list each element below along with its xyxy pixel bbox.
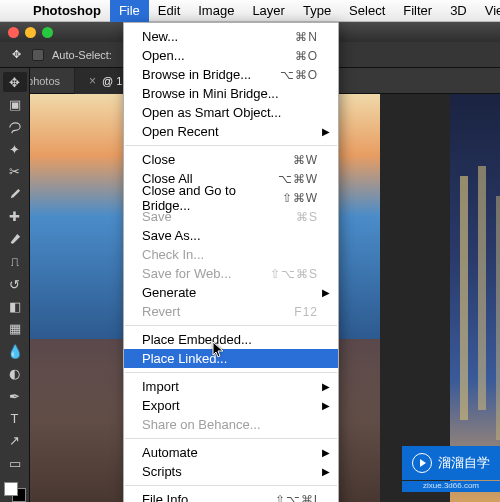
menu-shortcut: ⌘O bbox=[295, 49, 318, 63]
menu-shortcut: ⌘N bbox=[295, 30, 318, 44]
move-tool-icon: ✥ bbox=[8, 47, 24, 63]
wand-tool[interactable]: ✦ bbox=[3, 139, 27, 159]
tab-label: photos bbox=[27, 75, 60, 87]
menu-item-label: Share on Behance... bbox=[142, 417, 261, 432]
menu-separator bbox=[125, 485, 337, 486]
history-brush-tool[interactable]: ↺ bbox=[3, 274, 27, 294]
menu-item-label: Open... bbox=[142, 48, 185, 63]
menu-item-automate[interactable]: Automate▶ bbox=[124, 443, 338, 462]
menu-item-revert: RevertF12 bbox=[124, 302, 338, 321]
marquee-tool[interactable]: ▣ bbox=[3, 94, 27, 114]
traffic-lights bbox=[8, 27, 53, 38]
menu-item-label: Browse in Mini Bridge... bbox=[142, 86, 279, 101]
menu-item-label: Export bbox=[142, 398, 180, 413]
minimize-window-button[interactable] bbox=[25, 27, 36, 38]
close-tab-icon[interactable]: × bbox=[89, 74, 96, 88]
menu-item-label: Open as Smart Object... bbox=[142, 105, 281, 120]
menu-edit[interactable]: Edit bbox=[149, 0, 189, 22]
menu-file[interactable]: File bbox=[110, 0, 149, 22]
menu-item-place-linked[interactable]: Place Linked... bbox=[124, 349, 338, 368]
menu-item-label: Browse in Bridge... bbox=[142, 67, 251, 82]
menu-separator bbox=[125, 438, 337, 439]
menu-item-label: Place Embedded... bbox=[142, 332, 252, 347]
type-tool[interactable]: T bbox=[3, 408, 27, 428]
menu-item-save-as[interactable]: Save As... bbox=[124, 226, 338, 245]
heal-tool[interactable]: ✚ bbox=[3, 207, 27, 227]
submenu-arrow-icon: ▶ bbox=[322, 400, 330, 411]
menu-shortcut: ⌥⌘W bbox=[278, 172, 318, 186]
menu-view[interactable]: View bbox=[476, 0, 500, 22]
submenu-arrow-icon: ▶ bbox=[322, 126, 330, 137]
move-tool[interactable]: ✥ bbox=[3, 72, 27, 92]
menu-item-label: Generate bbox=[142, 285, 196, 300]
mac-menubar: Photoshop File Edit Image Layer Type Sel… bbox=[0, 0, 500, 22]
menu-item-label: Place Linked... bbox=[142, 351, 227, 366]
blur-tool[interactable]: 💧 bbox=[3, 341, 27, 361]
menu-shortcut: F12 bbox=[294, 305, 318, 319]
brush-tool[interactable] bbox=[3, 229, 27, 249]
eraser-tool[interactable]: ◧ bbox=[3, 296, 27, 316]
path-tool[interactable]: ↗ bbox=[3, 431, 27, 451]
menu-type[interactable]: Type bbox=[294, 0, 340, 22]
submenu-arrow-icon: ▶ bbox=[322, 447, 330, 458]
color-swatches[interactable] bbox=[4, 482, 26, 502]
menu-item-check-in: Check In... bbox=[124, 245, 338, 264]
shape-tool[interactable]: ▭ bbox=[3, 453, 27, 473]
menu-item-close-and-go-to-bridge[interactable]: Close and Go to Bridge...⇧⌘W bbox=[124, 188, 338, 207]
menu-item-open-as-smart-object[interactable]: Open as Smart Object... bbox=[124, 103, 338, 122]
menu-item-label: Scripts bbox=[142, 464, 182, 479]
menu-item-label: Save for Web... bbox=[142, 266, 231, 281]
menu-item-generate[interactable]: Generate▶ bbox=[124, 283, 338, 302]
menu-item-open-recent[interactable]: Open Recent▶ bbox=[124, 122, 338, 141]
menu-item-label: File Info... bbox=[142, 492, 199, 502]
menu-item-label: Revert bbox=[142, 304, 180, 319]
pen-tool[interactable]: ✒ bbox=[3, 386, 27, 406]
menu-item-browse-in-bridge[interactable]: Browse in Bridge...⌥⌘O bbox=[124, 65, 338, 84]
menu-item-close[interactable]: Close⌘W bbox=[124, 150, 338, 169]
app-menu[interactable]: Photoshop bbox=[24, 0, 110, 22]
zoom-window-button[interactable] bbox=[42, 27, 53, 38]
menu-shortcut: ⌘S bbox=[296, 210, 318, 224]
menu-shortcut: ⌘W bbox=[293, 153, 318, 167]
menu-separator bbox=[125, 325, 337, 326]
document-canvas[interactable] bbox=[450, 94, 500, 502]
menu-item-scripts[interactable]: Scripts▶ bbox=[124, 462, 338, 481]
menu-shortcut: ⇧⌥⌘I bbox=[275, 493, 318, 503]
menu-3d[interactable]: 3D bbox=[441, 0, 476, 22]
menu-item-new[interactable]: New...⌘N bbox=[124, 27, 338, 46]
menu-shortcut: ⇧⌘W bbox=[282, 191, 318, 205]
menu-item-export[interactable]: Export▶ bbox=[124, 396, 338, 415]
menu-item-place-embedded[interactable]: Place Embedded... bbox=[124, 330, 338, 349]
menu-image[interactable]: Image bbox=[189, 0, 243, 22]
menu-item-label: Save bbox=[142, 209, 172, 224]
menu-shortcut: ⇧⌥⌘S bbox=[270, 267, 318, 281]
submenu-arrow-icon: ▶ bbox=[322, 466, 330, 477]
menu-item-import[interactable]: Import▶ bbox=[124, 377, 338, 396]
gradient-tool[interactable]: ▦ bbox=[3, 319, 27, 339]
eyedropper-tool[interactable] bbox=[3, 184, 27, 204]
close-window-button[interactable] bbox=[8, 27, 19, 38]
auto-select-checkbox[interactable] bbox=[32, 49, 44, 61]
crop-tool[interactable]: ✂ bbox=[3, 162, 27, 182]
dodge-tool[interactable]: ◐ bbox=[3, 363, 27, 383]
menu-item-label: Save As... bbox=[142, 228, 201, 243]
menu-item-file-info[interactable]: File Info...⇧⌥⌘I bbox=[124, 490, 338, 502]
menu-item-label: New... bbox=[142, 29, 178, 44]
watermark-text: 溜溜自学 bbox=[438, 454, 490, 472]
menu-item-label: Import bbox=[142, 379, 179, 394]
lasso-tool[interactable] bbox=[3, 117, 27, 137]
foreground-color[interactable] bbox=[4, 482, 18, 496]
menu-item-browse-in-mini-bridge[interactable]: Browse in Mini Bridge... bbox=[124, 84, 338, 103]
menu-separator bbox=[125, 145, 337, 146]
watermark-url: zixue.3d66.com bbox=[402, 481, 500, 492]
menu-item-open[interactable]: Open...⌘O bbox=[124, 46, 338, 65]
watermark-badge: 溜溜自学 bbox=[402, 446, 500, 480]
stamp-tool[interactable]: ⎍ bbox=[3, 251, 27, 271]
menu-item-share-on-behance: Share on Behance... bbox=[124, 415, 338, 434]
auto-select-label: Auto-Select: bbox=[52, 49, 112, 61]
menu-separator bbox=[125, 372, 337, 373]
menu-layer[interactable]: Layer bbox=[243, 0, 294, 22]
menu-filter[interactable]: Filter bbox=[394, 0, 441, 22]
menu-item-save: Save⌘S bbox=[124, 207, 338, 226]
menu-select[interactable]: Select bbox=[340, 0, 394, 22]
